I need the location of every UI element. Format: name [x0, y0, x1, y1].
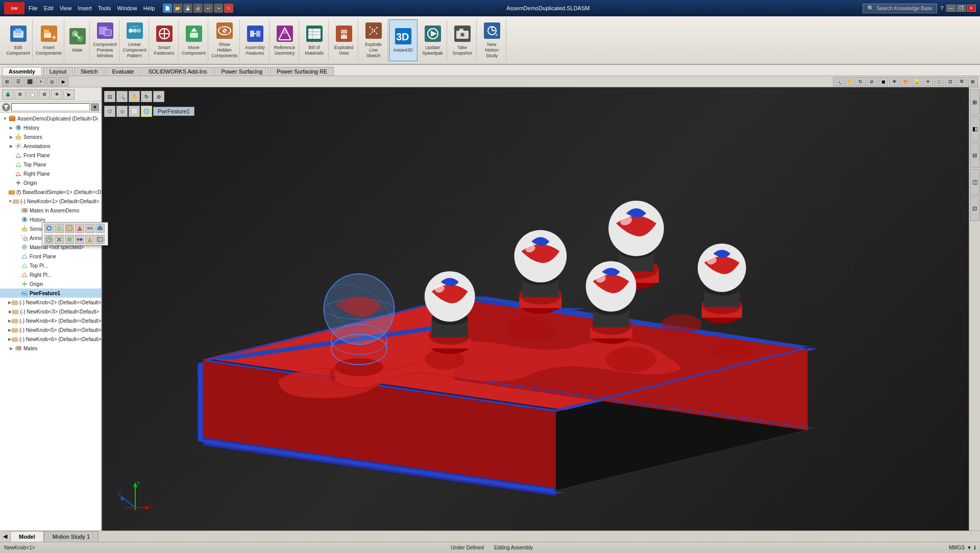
viewport[interactable]: ⊡ 🔍 ✋ ↻ ⊘ ⬡ ◇ ⬜ PwrFeature1	[102, 87, 969, 531]
toolbar-component-preview[interactable]: ComponentPreviewWindow	[91, 19, 119, 61]
ctx-icon-3[interactable]	[65, 224, 74, 233]
view-btn-6[interactable]: ▶	[58, 77, 68, 86]
vp-rotate[interactable]: ↻	[141, 91, 152, 102]
toolbar-new-motion-study[interactable]: + NewMotionStudy	[478, 19, 506, 61]
undo-btn[interactable]: ↩	[204, 4, 213, 13]
rs-btn-5[interactable]: ⊡	[970, 196, 979, 221]
tab-sketch[interactable]: Sketch	[74, 67, 105, 76]
view-btn-2[interactable]: ☰	[13, 77, 23, 86]
toolbar-linear-pattern[interactable]: LinearComponentPattern	[120, 19, 149, 61]
menu-insert[interactable]: Insert	[78, 5, 92, 11]
minimize-btn[interactable]: —	[946, 5, 955, 12]
help-btn[interactable]: ?	[940, 5, 943, 11]
filter-input[interactable]	[11, 103, 90, 111]
ctx-icon-4[interactable]	[75, 224, 84, 233]
view-btn-1[interactable]: ⊞	[2, 77, 12, 86]
hide-show-btn[interactable]: 👁	[889, 77, 899, 86]
save-btn[interactable]: 💾	[183, 4, 192, 13]
bc-icon-3[interactable]: ⬜	[129, 106, 140, 117]
shadows-btn[interactable]: ☀	[923, 77, 933, 86]
viewport-4[interactable]: ⊞	[968, 77, 978, 86]
display-btn[interactable]: 👁	[51, 89, 62, 100]
tab-power-surfacing-re[interactable]: Power Surfacing RE	[270, 67, 334, 76]
status-info-icon[interactable]: ℹ	[974, 545, 976, 550]
display-style-btn[interactable]: ◼	[878, 77, 888, 86]
more-btn[interactable]: ▶	[63, 89, 75, 100]
tree-item-origin-sub[interactable]: Origin	[0, 279, 101, 288]
vp-zoom-fit[interactable]: ⊡	[104, 91, 115, 102]
print-btn[interactable]: 🖨	[193, 4, 203, 13]
open-btn[interactable]: 📂	[173, 4, 182, 13]
tree-item-root[interactable]: ▼ AssemDemoDuplicated (Default<Di	[0, 114, 101, 123]
menu-edit[interactable]: Edit	[44, 5, 54, 11]
prop-btn[interactable]: 📋	[27, 89, 38, 100]
ctx-icon-1[interactable]	[44, 224, 54, 233]
tree-item-newknob6[interactable]: ▶ - (-) NewKnob<6> (Default<<Default>	[0, 334, 101, 344]
ctx-icon-6[interactable]	[95, 224, 105, 233]
vp-pan[interactable]: ✋	[129, 91, 140, 102]
vp-section[interactable]: ⊘	[153, 91, 164, 102]
rs-btn-2[interactable]: ◧	[970, 116, 979, 141]
rs-btn-4[interactable]: ◫	[970, 169, 979, 195]
tree-item-newknob4[interactable]: ▶ - (-) NewKnob<4> (Default<<Default>	[0, 316, 101, 325]
viewport-toggle[interactable]: ⧉	[957, 77, 967, 86]
menu-tools[interactable]: Tools	[98, 5, 111, 11]
redo-btn[interactable]: ↪	[214, 4, 223, 13]
toolbar-move-component[interactable]: MoveComponent	[180, 19, 208, 61]
ctx-icon-9[interactable]	[65, 235, 74, 244]
realview-btn[interactable]: 💡	[912, 77, 922, 86]
tree-item-sensors[interactable]: ▶ Sensors	[0, 132, 101, 141]
tab-evaluate[interactable]: Evaluate	[106, 67, 141, 76]
filter-options[interactable]: ▼	[91, 103, 99, 111]
toolbar-explode-line-sketch[interactable]: ExplodeLineSketch	[359, 19, 388, 61]
tree-item-top-plane[interactable]: Top Plane	[0, 160, 101, 169]
orient-btn[interactable]: ⊡	[945, 77, 955, 86]
toolbar-take-snapshot[interactable]: TakeSnapshot	[448, 19, 477, 61]
view-btn-5[interactable]: ◎	[47, 77, 57, 86]
tree-item-pwrfeature1[interactable]: Pwr PwrFeature1	[0, 288, 101, 298]
cursor-btn[interactable]: ↖	[224, 4, 233, 13]
tab-scroll-left[interactable]: ◀	[0, 533, 10, 540]
tree-btn[interactable]: 🌲	[2, 89, 13, 100]
view-btn-3[interactable]: ⬛	[24, 77, 35, 86]
toolbar-insert-components[interactable]: + InsertComponents	[34, 19, 64, 61]
ctx-icon-12[interactable]	[95, 235, 105, 244]
vp-zoom[interactable]: 🔍	[116, 91, 128, 102]
section-btn[interactable]: ⊘	[867, 77, 877, 86]
search-box[interactable]: 🔍 Search Knowledge Base	[863, 4, 937, 13]
tab-power-surfacing[interactable]: Power Surfacing	[214, 67, 269, 76]
tab-assembly[interactable]: Assembly	[2, 67, 42, 76]
tree-item-newknob3[interactable]: ▶ - (-) NewKnob<3> (Default<Default>	[0, 307, 101, 316]
tree-item-baseboard[interactable]: f (f) BaseBoardSimple<1> (Default<<D	[0, 187, 101, 197]
tree-item-mates[interactable]: ▶ Mates	[0, 344, 101, 353]
rs-btn-3[interactable]: ⊟	[970, 142, 979, 168]
ctx-icon-8[interactable]	[55, 235, 64, 244]
tab-layout[interactable]: Layout	[43, 67, 73, 76]
toolbar-bill-of-materials[interactable]: Bill ofMaterials	[300, 19, 329, 61]
rotate-btn[interactable]: ↻	[855, 77, 866, 86]
toolbar-exploded-view[interactable]: ExplodedView	[330, 19, 358, 61]
toolbar-show-hidden[interactable]: ShowHiddenComponents	[209, 19, 240, 61]
pan-btn[interactable]: ✋	[844, 77, 854, 86]
menu-help[interactable]: Help	[143, 5, 155, 11]
bc-icon-1[interactable]: ⬡	[104, 106, 115, 117]
menu-file[interactable]: File	[29, 5, 38, 11]
ctx-icon-10[interactable]	[75, 235, 84, 244]
rs-btn-1[interactable]: ⊞	[970, 89, 979, 115]
tree-item-newknob2[interactable]: ▶ - (-) NewKnob<2> (Default<<Default>	[0, 298, 101, 307]
status-dropdown[interactable]: ▼	[967, 545, 972, 550]
toolbar-smart-fasteners[interactable]: SmartFasteners	[150, 19, 179, 61]
ctx-icon-2[interactable]	[55, 224, 64, 233]
bc-icon-2[interactable]: ◇	[116, 106, 128, 117]
toolbar-assembly-features[interactable]: AssemblyFeatures	[241, 19, 270, 61]
tree-item-top-plane-sub[interactable]: Top Pl...	[0, 261, 101, 270]
close-btn[interactable]: ✕	[967, 5, 976, 12]
toolbar-reference-geometry[interactable]: ReferenceGeometry	[271, 19, 299, 61]
ctx-icon-7[interactable]	[44, 235, 54, 244]
tree-item-history[interactable]: ▶ History	[0, 123, 101, 132]
bc-icon-4[interactable]	[141, 106, 152, 117]
tab-motion-study-1[interactable]: Motion Study 1	[44, 531, 99, 542]
tree-item-front-plane-sub[interactable]: Front Plane	[0, 252, 101, 261]
toolbar-mate[interactable]: Mate	[65, 19, 90, 61]
tab-solidworks-addins[interactable]: SOLIDWORKS Add-Ins	[141, 67, 213, 76]
